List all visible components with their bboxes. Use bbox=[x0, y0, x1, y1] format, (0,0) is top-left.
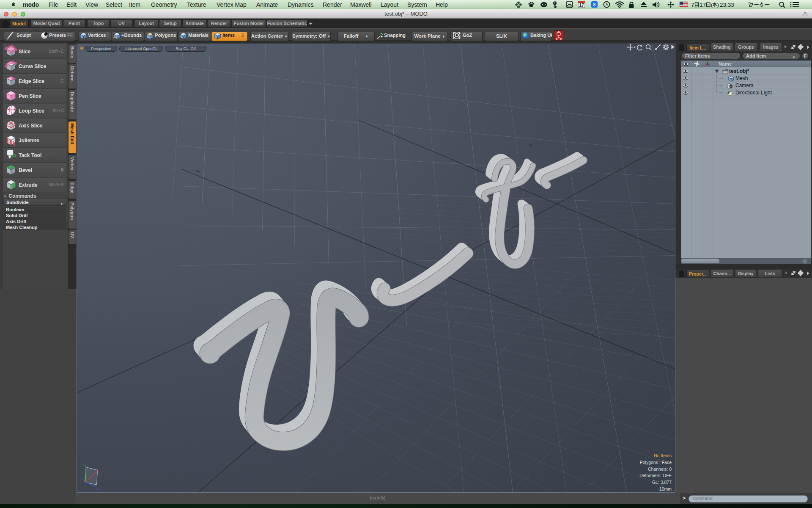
svg-text:17: 17 bbox=[579, 3, 584, 8]
svg-text:8: 8 bbox=[593, 2, 596, 7]
svg-text:x: x bbox=[97, 469, 99, 473]
svg-text:+x: +x bbox=[195, 169, 200, 174]
svg-text:7: 7 bbox=[691, 2, 694, 8]
svg-text:17: 17 bbox=[700, 2, 706, 8]
svg-text:+x: +x bbox=[528, 143, 532, 147]
svg-text:y: y bbox=[85, 463, 87, 467]
svg-text:GoZ: GoZ bbox=[454, 37, 459, 40]
svg-text:): ) bbox=[717, 2, 719, 8]
svg-text:z: z bbox=[97, 486, 99, 491]
svg-text:(: ( bbox=[711, 2, 713, 8]
svg-text:23:33: 23:33 bbox=[720, 2, 734, 8]
